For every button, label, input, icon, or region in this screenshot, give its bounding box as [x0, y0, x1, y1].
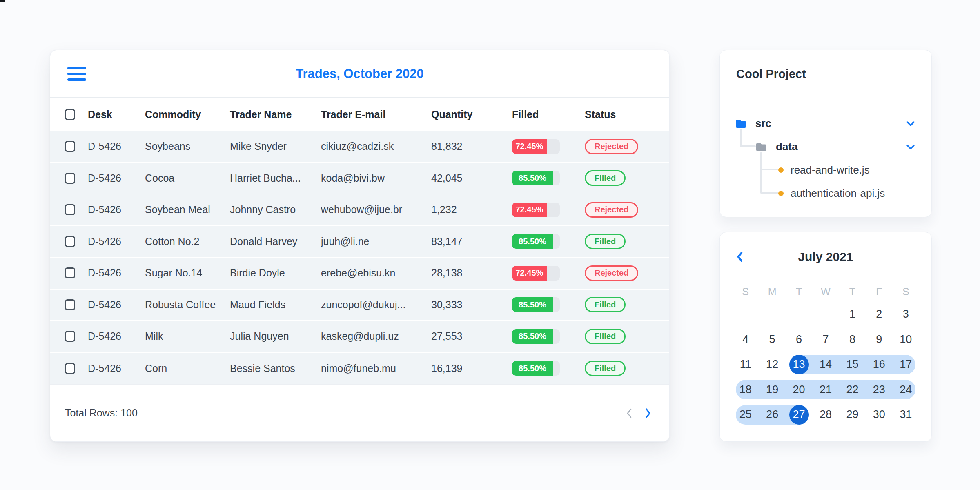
calendar-day-number: 5 — [769, 333, 775, 346]
calendar-day[interactable]: 20 — [786, 377, 812, 403]
cell-trader-email: erebe@ebisu.kn — [321, 267, 431, 279]
calendar-day[interactable]: 23 — [866, 377, 892, 403]
calendar-day-selected[interactable]: 27 — [786, 402, 812, 428]
cell-quantity: 27,553 — [431, 330, 512, 342]
cell-quantity: 83,147 — [431, 236, 512, 247]
chevron-right-icon[interactable] — [645, 408, 651, 419]
column-header-trader-name: Trader Name — [230, 109, 321, 120]
calendar-day[interactable]: 18 — [732, 377, 759, 403]
calendar-day[interactable]: 31 — [893, 402, 919, 428]
calendar-day-number: 27 — [789, 405, 809, 425]
calendar-day[interactable]: 25 — [732, 402, 759, 428]
cell-trader-name: Bessie Santos — [230, 363, 321, 374]
tree-item-read-and-write[interactable]: read-and-write.js — [720, 158, 931, 182]
calendar-day[interactable]: 8 — [839, 327, 866, 352]
filled-cell: 85.50% — [512, 329, 585, 344]
filled-progress-bar: 72.45% — [512, 203, 560, 217]
status-badge: Rejected — [585, 265, 638, 281]
cell-trader-email: juuh@li.ne — [321, 236, 431, 247]
calendar-day[interactable]: 4 — [732, 327, 759, 352]
cell-trader-name: Birdie Doyle — [230, 267, 321, 279]
calendar-weekday: S — [893, 286, 919, 298]
filled-progress-bar: 85.50% — [512, 234, 560, 249]
cell-commodity: Corn — [145, 363, 230, 374]
calendar-day-number: 18 — [739, 383, 752, 396]
row-checkbox[interactable] — [65, 267, 75, 278]
cell-commodity: Soybean Meal — [145, 204, 230, 216]
calendar-weekday: F — [866, 286, 892, 298]
chevron-left-icon[interactable] — [626, 408, 633, 419]
calendar-day[interactable]: 19 — [759, 377, 785, 403]
checkbox-cell — [65, 267, 88, 278]
calendar-day-number: 20 — [793, 383, 805, 396]
calendar-day[interactable]: 28 — [812, 402, 839, 428]
calendar-day[interactable]: 16 — [866, 352, 892, 377]
cell-trader-email: zuncopof@dukuj... — [321, 299, 431, 311]
row-checkbox[interactable] — [65, 331, 75, 342]
filled-percent-label: 72.45% — [515, 205, 543, 214]
cell-desk: D-5426 — [88, 140, 145, 152]
filled-progress-fill: 72.45% — [512, 203, 547, 217]
row-checkbox[interactable] — [65, 363, 75, 374]
calendar-day[interactable]: 15 — [839, 352, 866, 377]
calendar-day[interactable]: 6 — [786, 327, 812, 352]
calendar-day[interactable]: 9 — [866, 327, 892, 352]
status-badge: Filled — [585, 234, 626, 249]
header-checkbox[interactable] — [65, 109, 75, 120]
calendar-day-number: 29 — [846, 408, 858, 421]
calendar-day[interactable]: 3 — [893, 302, 919, 327]
row-checkbox[interactable] — [65, 141, 75, 152]
calendar-day[interactable]: 10 — [893, 327, 919, 352]
calendar-day[interactable]: 30 — [866, 402, 892, 428]
table-row: D-5426Sugar No.14Birdie Doyleerebe@ebisu… — [50, 258, 669, 290]
row-checkbox[interactable] — [65, 204, 75, 215]
calendar-day[interactable]: 11 — [732, 352, 759, 377]
cell-commodity: Cocoa — [145, 172, 230, 184]
calendar-day[interactable]: 5 — [759, 327, 785, 352]
menu-icon[interactable] — [67, 67, 86, 81]
calendar-day[interactable]: 2 — [866, 302, 892, 327]
tree-item-authentication-api[interactable]: authentication-api.js — [720, 182, 931, 205]
page-title: Trades, October 2020 — [296, 67, 424, 81]
row-checkbox[interactable] — [65, 173, 75, 184]
calendar-day-selected[interactable]: 13 — [786, 352, 812, 377]
cell-desk: D-5426 — [88, 363, 145, 374]
row-checkbox[interactable] — [65, 236, 75, 247]
chevron-left-icon[interactable] — [736, 251, 744, 263]
file-dot-icon — [778, 191, 784, 196]
calendar-day[interactable]: 12 — [759, 352, 785, 377]
total-rows-label: Total Rows: 100 — [65, 407, 626, 419]
calendar-day-number: 22 — [846, 383, 858, 396]
calendar-day[interactable]: 17 — [893, 352, 919, 377]
calendar-day[interactable]: 24 — [893, 377, 919, 403]
row-checkbox[interactable] — [65, 299, 75, 310]
cell-trader-email: kaskeg@dupli.uz — [321, 330, 431, 342]
tree-item-src[interactable]: src — [720, 112, 931, 135]
filled-progress-bar: 72.45% — [512, 266, 560, 281]
calendar-day[interactable]: 14 — [812, 352, 839, 377]
status-cell: Filled — [585, 361, 669, 376]
calendar-day-number: 31 — [900, 408, 912, 421]
cell-desk: D-5426 — [88, 299, 145, 311]
calendar-day[interactable]: 21 — [812, 377, 839, 403]
filled-percent-label: 85.50% — [519, 300, 546, 310]
tree-item-data[interactable]: data — [720, 135, 931, 158]
cell-desk: D-5426 — [88, 204, 145, 216]
cell-trader-name: Donald Harvey — [230, 236, 321, 247]
cell-desk: D-5426 — [88, 172, 145, 184]
column-header-status: Status — [585, 109, 669, 120]
column-header-desk: Desk — [88, 109, 145, 120]
status-cell: Filled — [585, 297, 669, 312]
calendar-day-number: 21 — [820, 383, 832, 396]
calendar-day[interactable]: 22 — [839, 377, 866, 403]
calendar-day-number: 12 — [766, 358, 778, 371]
trades-card-header: Trades, October 2020 — [50, 50, 669, 98]
calendar-day[interactable]: 26 — [759, 402, 785, 428]
filled-percent-label: 72.45% — [515, 268, 543, 278]
calendar-day[interactable]: 7 — [812, 327, 839, 352]
chevron-down-icon[interactable] — [906, 121, 915, 127]
filled-cell: 85.50% — [512, 171, 585, 185]
chevron-down-icon[interactable] — [906, 144, 915, 150]
calendar-day[interactable]: 1 — [839, 302, 866, 327]
calendar-day[interactable]: 29 — [839, 402, 866, 428]
